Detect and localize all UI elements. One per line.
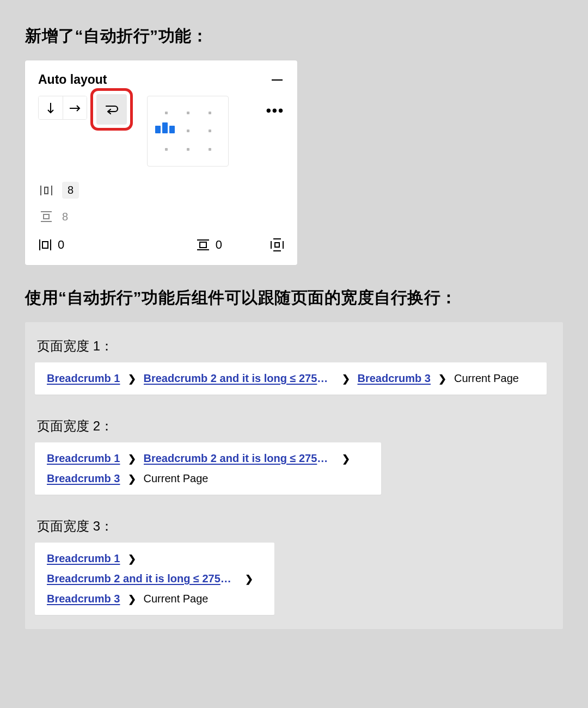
wrap-button[interactable] bbox=[96, 94, 127, 125]
breadcrumb-current: Current Page bbox=[144, 472, 209, 485]
vertical-padding-input[interactable]: 0 bbox=[216, 238, 222, 252]
breadcrumb-link[interactable]: Breadcrumb 1 bbox=[47, 372, 120, 385]
vertical-gap-input[interactable]: 8 bbox=[62, 211, 68, 223]
chevron-right-icon: ❯ bbox=[128, 553, 136, 565]
svg-rect-5 bbox=[45, 187, 48, 194]
chevron-right-icon: ❯ bbox=[128, 473, 136, 485]
breadcrumb-demo-2: Breadcrumb 1 ❯ Breadcrumb 2 and it is lo… bbox=[35, 442, 381, 495]
wrap-highlight-frame bbox=[90, 88, 133, 131]
horizontal-padding-input[interactable]: 0 bbox=[58, 238, 64, 252]
breadcrumb-link[interactable]: Breadcrumb 3 bbox=[358, 372, 431, 385]
horizontal-gap-input[interactable]: 8 bbox=[62, 182, 79, 199]
breadcrumb-link[interactable]: Breadcrumb 2 and it is long ≤ 275px… bbox=[144, 372, 334, 385]
svg-rect-8 bbox=[44, 214, 49, 219]
breadcrumb-link[interactable]: Breadcrumb 1 bbox=[47, 552, 120, 565]
horizontal-gap-icon bbox=[38, 184, 54, 196]
vertical-gap-icon bbox=[38, 210, 54, 224]
collapse-icon[interactable] bbox=[270, 73, 284, 87]
direction-horizontal-button[interactable] bbox=[63, 96, 87, 120]
demo-label-2: 页面宽度 2： bbox=[37, 417, 553, 435]
direction-toggle bbox=[38, 96, 87, 120]
chevron-right-icon: ❯ bbox=[342, 373, 350, 385]
direction-vertical-button[interactable] bbox=[39, 96, 63, 120]
demo-label-1: 页面宽度 1： bbox=[37, 337, 553, 355]
breadcrumb-link[interactable]: Breadcrumb 2 and it is long ≤ 275px… bbox=[144, 452, 334, 465]
chevron-right-icon: ❯ bbox=[128, 593, 136, 605]
horizontal-padding-icon bbox=[38, 239, 52, 251]
demo-label-3: 页面宽度 3： bbox=[37, 518, 553, 535]
auto-layout-panel: Auto layout bbox=[25, 60, 297, 265]
chevron-right-icon: ❯ bbox=[438, 373, 446, 385]
chevron-right-icon: ❯ bbox=[128, 373, 136, 385]
svg-rect-19 bbox=[275, 243, 279, 247]
breadcrumb-current: Current Page bbox=[454, 372, 519, 385]
panel-title: Auto layout bbox=[38, 72, 107, 87]
breadcrumb-link[interactable]: Breadcrumb 1 bbox=[47, 452, 120, 465]
vertical-padding-icon bbox=[196, 238, 210, 251]
chevron-right-icon: ❯ bbox=[342, 453, 350, 465]
breadcrumb-link[interactable]: Breadcrumb 2 and it is long ≤ 275px… bbox=[47, 572, 237, 585]
alignment-grid[interactable] bbox=[147, 96, 229, 167]
breadcrumb-current: Current Page bbox=[144, 593, 209, 605]
demo-heading: 使用“自动折行”功能后组件可以跟随页面的宽度自行换行： bbox=[25, 287, 563, 309]
svg-rect-14 bbox=[200, 242, 206, 248]
alignment-indicator-icon bbox=[155, 122, 175, 133]
chevron-right-icon: ❯ bbox=[128, 453, 136, 465]
chevron-right-icon: ❯ bbox=[245, 573, 253, 585]
breadcrumb-demo-3: Breadcrumb 1 ❯ Breadcrumb 2 and it is lo… bbox=[35, 543, 274, 615]
individual-padding-icon[interactable] bbox=[270, 238, 284, 252]
more-options-icon[interactable]: ••• bbox=[266, 102, 284, 119]
breadcrumb-demo-1: Breadcrumb 1 ❯ Breadcrumb 2 and it is lo… bbox=[35, 362, 547, 395]
breadcrumb-link[interactable]: Breadcrumb 3 bbox=[47, 472, 120, 485]
breadcrumb-link[interactable]: Breadcrumb 3 bbox=[47, 593, 120, 605]
demo-block: 页面宽度 1： Breadcrumb 1 ❯ Breadcrumb 2 and … bbox=[25, 322, 563, 629]
svg-rect-11 bbox=[42, 242, 48, 248]
intro-heading: 新增了“自动折行”功能： bbox=[25, 25, 563, 47]
